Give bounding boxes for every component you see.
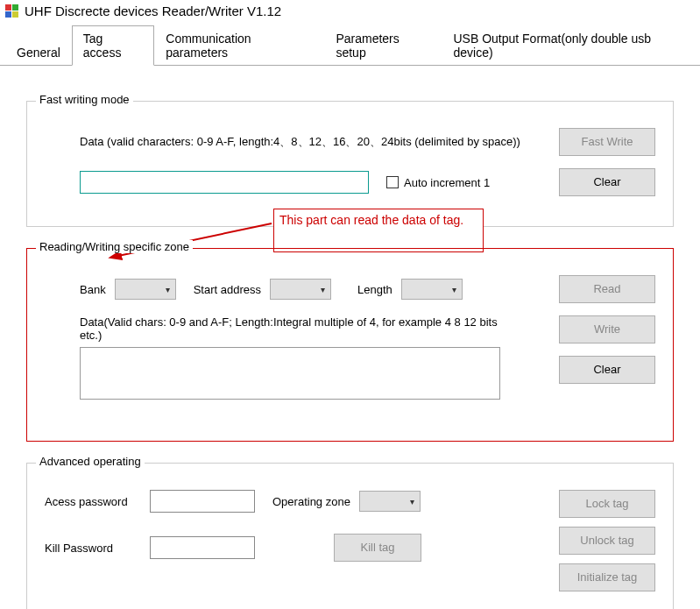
svg-rect-1 (12, 4, 18, 11)
bank-label: Bank (80, 283, 106, 296)
tab-params-setup[interactable]: Parameters setup (324, 25, 442, 65)
tab-comm-params[interactable]: Communication parameters (154, 25, 324, 65)
length-select[interactable]: ▾ (401, 279, 463, 300)
tab-usb-output[interactable]: USB Output Format(only double usb device… (442, 25, 700, 65)
operating-zone-select[interactable]: ▾ (359, 491, 421, 512)
window-title: UHF Discrecte devices Reader/Writer V1.1… (25, 4, 281, 18)
svg-rect-0 (5, 4, 11, 11)
kill-tag-button[interactable]: Kill tag (334, 534, 421, 562)
chevron-down-icon: ▾ (321, 285, 325, 294)
bank-select[interactable]: ▾ (115, 279, 176, 300)
specific-data-hint: Data(Valid chars: 0-9 and A-F; Length:In… (80, 315, 500, 342)
kill-pwd-label: Kill Password (45, 542, 141, 555)
unlock-tag-button[interactable]: Unlock tag (559, 527, 655, 555)
annotation-callout: This part can read the data of tag. (273, 209, 484, 252)
chevron-down-icon: ▾ (452, 285, 456, 294)
specific-zone-legend: Reading/Writing specific zone (36, 240, 193, 253)
read-button[interactable]: Read (559, 275, 655, 303)
specific-zone-group: Reading/Writing specific zone Bank ▾ Sta… (26, 248, 674, 442)
fast-clear-button[interactable]: Clear (559, 168, 655, 196)
fast-write-hint: Data (valid characters: 0-9 A-F, length:… (80, 134, 550, 150)
svg-rect-3 (12, 11, 18, 18)
fast-writing-legend: Fast writing mode (36, 93, 133, 106)
tab-tag-access[interactable]: Tag access (72, 25, 154, 66)
chevron-down-icon: ▾ (410, 497, 414, 506)
fast-write-input[interactable] (80, 171, 369, 194)
auto-increment-checkbox[interactable] (386, 176, 399, 188)
chevron-down-icon: ▾ (166, 285, 170, 294)
fast-write-button[interactable]: Fast Write (559, 128, 655, 156)
tab-general[interactable]: General (5, 39, 72, 65)
access-pwd-input[interactable] (150, 490, 255, 513)
kill-pwd-input[interactable] (150, 536, 255, 559)
advanced-legend: Advanced operating (36, 455, 145, 468)
specific-clear-button[interactable]: Clear (559, 356, 655, 384)
init-tag-button[interactable]: Initialize tag (559, 563, 655, 591)
titlebar: UHF Discrecte devices Reader/Writer V1.1… (0, 0, 700, 22)
tab-content: Fast writing mode Data (valid characters… (0, 66, 700, 609)
access-pwd-label: Acess password (45, 495, 141, 508)
app-icon (5, 4, 19, 18)
start-addr-select[interactable]: ▾ (270, 279, 331, 300)
write-button[interactable]: Write (559, 315, 655, 343)
tabstrip: General Tag access Communication paramet… (0, 25, 700, 66)
auto-increment-label: Auto increment 1 (404, 176, 490, 189)
specific-data-input[interactable] (80, 347, 500, 400)
svg-rect-2 (5, 11, 11, 18)
length-label: Length (357, 283, 392, 296)
advanced-group: Advanced operating Acess password Operat… (26, 463, 674, 609)
lock-tag-button[interactable]: Lock tag (559, 490, 655, 518)
operating-zone-label: Operating zone (272, 495, 350, 508)
start-addr-label: Start address (194, 283, 261, 296)
